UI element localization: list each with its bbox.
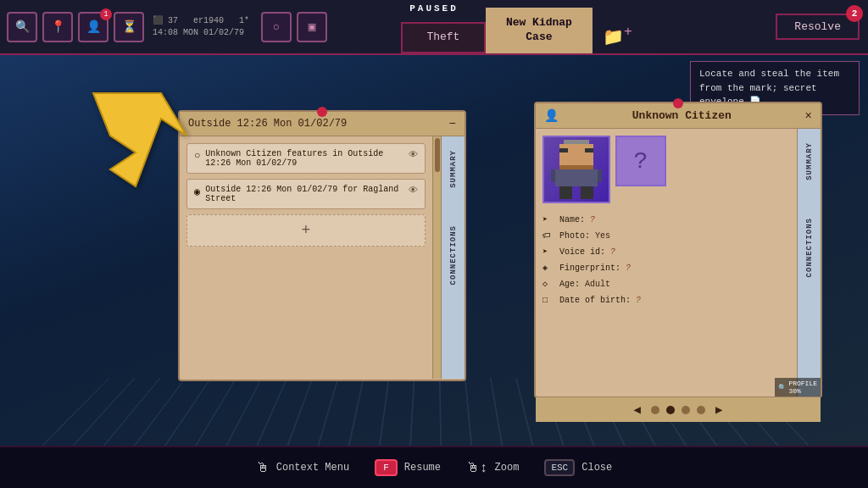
card1-title: Outside 12:26 Mon 01/02/79 [188,118,347,130]
pin-card1 [317,107,327,117]
card1-main: ○ Unknown Citizen features in Outside 12… [180,136,432,379]
page-dot-1[interactable] [651,406,659,414]
citizen-icon: 👤 [544,108,559,123]
dob-label: Date of birth: [559,292,631,308]
stat-line2: 14:08 MON 01/02/79 [153,27,249,39]
pagination-next[interactable]: ▶ [712,402,726,417]
profile-pct: PROFILE 30% [788,380,817,395]
summary-tab-label[interactable]: SUMMARY [449,150,458,188]
mouse-icon: 🖱 [256,460,270,476]
dob-icon: □ [542,292,554,308]
top-bar: PAUSED 🔍 📍 👤 1 ⏳ ⬛ 37 er1940 1* 14:08 MO… [0,0,868,55]
square-icon[interactable]: ▣ [297,12,327,42]
resume-label: Resume [404,462,441,474]
tab-kidnap[interactable]: New Kidnap Case [486,8,593,53]
eye-icon-1[interactable]: 👁 [409,149,418,160]
field-fingerprint: ◈ Fingerprint: ? [542,260,790,276]
context-menu-item: 🖱 Context Menu [256,460,349,476]
age-value: Adult [585,276,610,292]
fingerprint-value: ? [626,260,631,276]
voice-label: Voice id: [559,244,605,260]
citizen-photo-main [542,136,610,203]
citizen-photo-secondary: ? [615,136,666,186]
circle-icon[interactable]: ○ [261,12,292,42]
name-label: Name: [559,212,585,228]
citizen-title: Unknown Citizen [632,109,732,122]
svg-rect-3 [559,148,568,152]
page-dot-2[interactable] [666,406,675,414]
note-entry-1[interactable]: ○ Unknown Citizen features in Outside 12… [186,143,426,174]
fingerprint-icon: ◈ [542,260,554,276]
citizen-side-tabs: SUMMARY CONNECTIONS [797,129,821,396]
field-photo: 🏷 Photo: Yes [542,228,790,244]
circle-entry-icon: ○ [194,150,200,162]
field-voice: ➤ Voice id: ? [542,244,790,260]
toolbar-icons: 🔍 📍 👤 1 ⏳ ⬛ 37 er1940 1* 14:08 MON 01/02… [0,0,334,53]
connections-tab-label[interactable]: CONNECTIONS [449,225,458,285]
voice-icon: ➤ [542,244,554,260]
top-right-badge: 2 [846,5,863,22]
name-icon: ➤ [542,212,554,228]
citizen-card: 👤 Unknown Citizen × [534,102,822,398]
voice-value: ? [610,244,615,260]
eye-icon-2[interactable]: 👁 [409,185,418,196]
f-key[interactable]: F [375,459,398,476]
photo-icon: 🏷 [542,228,554,244]
pagination-prev[interactable]: ◀ [631,402,644,417]
svg-rect-4 [585,148,593,152]
citizen-photos: ? 🔍 PROFILE 30% [542,136,790,203]
entry-text-2: Outside 12:26 Mon 01/02/79 for Ragland S… [205,185,403,203]
citizen-body: ? 🔍 PROFILE 30% ➤ Name: ? 🏷 Photo: [536,129,821,396]
photo-value: Yes [595,228,610,244]
citizen-close-button[interactable]: × [805,109,812,123]
citizen-fields: ➤ Name: ? 🏷 Photo: Yes ➤ Voice id: ? ◈ F… [542,212,790,308]
pin-card2 [673,98,683,108]
citizen-connections-tab[interactable]: CONNECTIONS [805,218,814,277]
svg-rect-9 [559,186,572,199]
resume-item: F Resume [375,459,441,476]
add-entry-button[interactable]: + [186,214,426,247]
age-label: Age: [559,276,580,292]
card1-side-tabs: SUMMARY CONNECTIONS [441,136,465,379]
scroll-thumb-1[interactable] [435,138,440,172]
citizen-main: ? 🔍 PROFILE 30% ➤ Name: ? 🏷 Photo: [536,129,797,396]
search-icon[interactable]: 🔍 [7,12,37,42]
context-menu-label: Context Menu [276,462,349,474]
stat-line1: ⬛ 37 er1940 1* [153,15,249,27]
zoom-label: Zoom [495,462,520,474]
field-name: ➤ Name: ? [542,212,790,228]
tab-theft[interactable]: Theft [401,22,486,53]
profile-badge: 🔍 PROFILE 30% [775,378,821,396]
svg-rect-5 [559,165,593,169]
bottom-bar: 🖱 Context Menu F Resume 🖱↕ Zoom ESC Clos… [0,446,868,488]
field-age: ◇ Age: Adult [542,276,790,292]
age-icon: ◇ [542,276,554,292]
svg-rect-8 [598,169,602,182]
location-icon[interactable]: 📍 [42,12,73,42]
page-dot-3[interactable] [682,406,690,414]
field-dob: □ Date of birth: ? [542,292,790,308]
name-value: ? [590,212,595,228]
esc-key[interactable]: ESC [544,459,575,476]
entry-text-1: Unknown Citizen features in Outside 12:2… [205,149,403,168]
svg-rect-10 [581,186,593,199]
svg-rect-6 [555,169,598,186]
minimize-button[interactable]: − [449,117,456,130]
person-icon[interactable]: 👤 1 [78,12,108,42]
hourglass-icon[interactable]: ⏳ [114,12,144,42]
svg-rect-7 [551,169,555,182]
paused-label: PAUSED [409,3,459,14]
close-label: Close [581,462,612,474]
toolbar-stats: ⬛ 37 er1940 1* 14:08 MON 01/02/79 [153,15,249,39]
zoom-item: 🖱↕ Zoom [466,460,519,476]
card1-body: ○ Unknown Citizen features in Outside 12… [180,136,465,379]
pixel-character [544,137,609,202]
person-badge: 1 [100,8,112,20]
note-card-1: Outside 12:26 Mon 01/02/79 − ○ Unknown C… [178,110,466,381]
photo-label: Photo: [559,228,590,244]
note-entry-2[interactable]: ◉ Outside 12:26 Mon 01/02/79 for Ragland… [186,179,426,209]
fingerprint-label: Fingerprint: [559,260,620,276]
page-dot-4[interactable] [697,406,705,414]
new-folder-button[interactable]: 📁+ [593,16,643,53]
citizen-summary-tab[interactable]: SUMMARY [805,142,814,180]
